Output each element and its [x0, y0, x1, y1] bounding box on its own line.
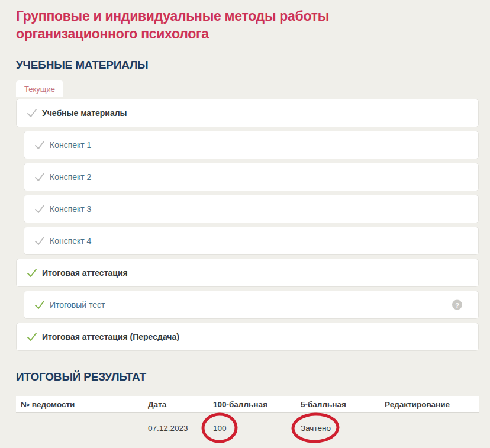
material-item-label: Итоговая аттестация (Пересдача): [42, 332, 179, 341]
column-header: 100-балльная: [213, 400, 301, 409]
checkmark-gray-icon: [35, 204, 44, 214]
material-item-link[interactable]: Конспект 2: [24, 163, 479, 191]
table-row: 07.12.2023100Зачтено: [16, 413, 479, 443]
material-item-label: Конспект 1: [50, 140, 91, 150]
checkmark-gray-icon: [35, 172, 44, 182]
material-section-row[interactable]: Итоговая аттестация: [16, 259, 479, 287]
column-header: Редактирование: [385, 400, 479, 409]
checkmark-green-icon: [27, 268, 37, 278]
tab-current[interactable]: Текущие: [16, 80, 63, 97]
material-item-label: Конспект 4: [50, 236, 91, 246]
annotation-circle-score100: 100: [213, 424, 227, 433]
material-item-label: Итоговая аттестация: [42, 268, 128, 278]
material-section-row[interactable]: Итоговая аттестация (Пересдача): [16, 323, 479, 351]
row-divider: [121, 443, 481, 443]
column-header: № ведомости: [21, 400, 148, 409]
course-page: Групповые и индивидуальные методы работы…: [0, 0, 490, 443]
tab-current-label: Текущие: [24, 85, 55, 94]
material-item-link[interactable]: Конспект 1: [24, 131, 479, 159]
material-item-link[interactable]: Итоговый тест?: [24, 291, 479, 319]
cell-date: 07.12.2023: [148, 424, 213, 433]
cell-value: Зачтено: [301, 424, 331, 433]
results-table-body: 07.12.2023100Зачтено: [16, 413, 479, 443]
checkmark-gray-icon: [35, 236, 44, 246]
column-header: 5-балльная: [301, 400, 385, 409]
material-item-label: Учебные материалы: [42, 108, 127, 118]
results-heading: ИТОГОВЫЙ РЕЗУЛЬТАТ: [16, 370, 479, 383]
material-section-row[interactable]: Учебные материалы: [16, 99, 479, 127]
material-item-label: Конспект 3: [50, 204, 91, 214]
checkmark-green-icon: [27, 332, 37, 341]
cell-score100: 100: [213, 424, 301, 433]
results-table: № ведомостиДата100-балльная5-балльнаяРед…: [16, 396, 479, 443]
annotation-circle-score5: Зачтено: [301, 424, 331, 433]
checkmark-gray-icon: [35, 140, 44, 150]
column-header: Дата: [148, 400, 213, 409]
materials-list: Учебные материалыКонспект 1Конспект 2Кон…: [16, 99, 479, 351]
cell-score5: Зачтено: [301, 424, 385, 433]
page-title: Групповые и индивидуальные методы работы…: [16, 7, 383, 43]
material-item-label: Конспект 2: [50, 172, 91, 182]
checkmark-green-icon: [35, 300, 44, 310]
results-table-header: № ведомостиДата100-балльная5-балльнаяРед…: [16, 396, 479, 413]
material-item-label: Итоговый тест: [50, 300, 105, 310]
cell-value: 100: [213, 424, 227, 433]
material-item-link[interactable]: Конспект 4: [24, 227, 479, 255]
material-item-link[interactable]: Конспект 3: [24, 195, 479, 223]
materials-heading: УЧЕБНЫЕ МАТЕРИАЛЫ: [16, 59, 479, 72]
checkmark-gray-icon: [27, 108, 37, 118]
help-icon[interactable]: ?: [452, 300, 462, 310]
